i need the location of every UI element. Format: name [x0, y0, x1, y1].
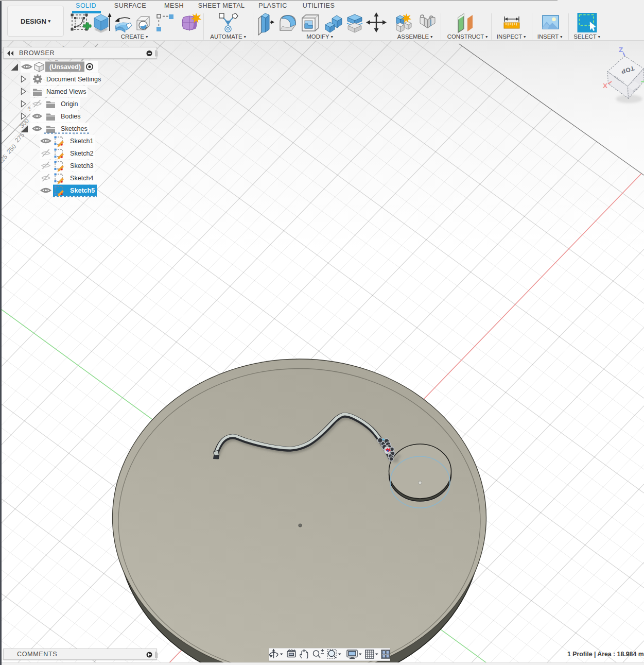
svg-text:Sketch4: Sketch4: [70, 175, 94, 182]
svg-text:Bodies: Bodies: [61, 113, 81, 120]
svg-text:Sketch1: Sketch1: [70, 138, 94, 145]
svg-text:Sketch2: Sketch2: [70, 150, 94, 157]
svg-text:(Unsaved): (Unsaved): [49, 63, 81, 71]
svg-text:Z: Z: [619, 46, 623, 54]
svg-text:X: X: [603, 82, 607, 90]
svg-text:Sketch3: Sketch3: [70, 162, 94, 169]
svg-text:Named Views: Named Views: [46, 88, 86, 95]
svg-text:Document Settings: Document Settings: [46, 76, 101, 83]
svg-text:Origin: Origin: [61, 100, 78, 108]
svg-text:Sketch5: Sketch5: [70, 187, 95, 194]
svg-text:Sketches: Sketches: [61, 125, 88, 132]
